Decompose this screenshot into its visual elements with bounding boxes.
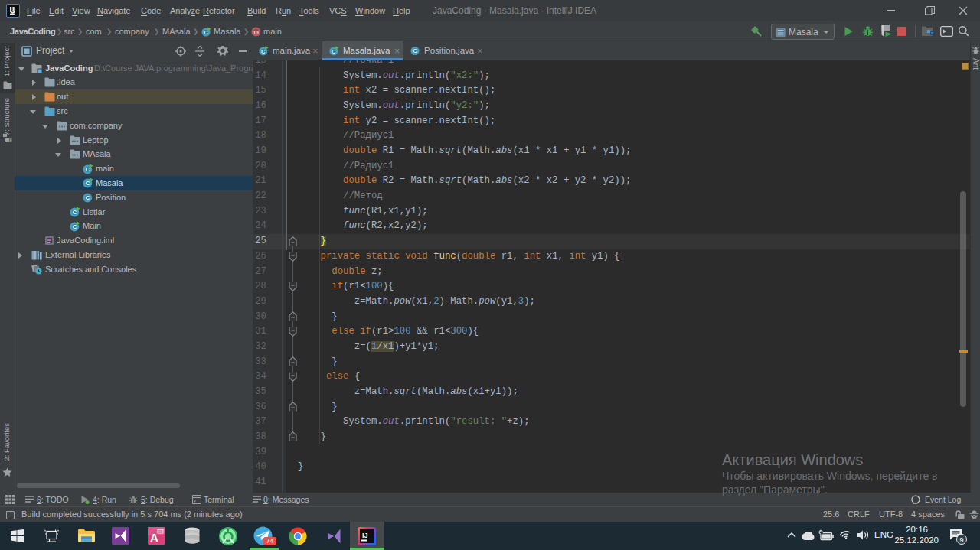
- svg-text:C: C: [85, 194, 90, 201]
- svg-text:m: m: [253, 28, 259, 35]
- svg-text:C: C: [72, 223, 77, 230]
- svg-text:IJ: IJ: [362, 532, 368, 539]
- svg-text:C: C: [85, 181, 90, 187]
- svg-text:C: C: [85, 166, 90, 173]
- svg-text:C: C: [413, 47, 417, 54]
- svg-text:C: C: [72, 209, 77, 216]
- svg-text:A: A: [150, 531, 158, 544]
